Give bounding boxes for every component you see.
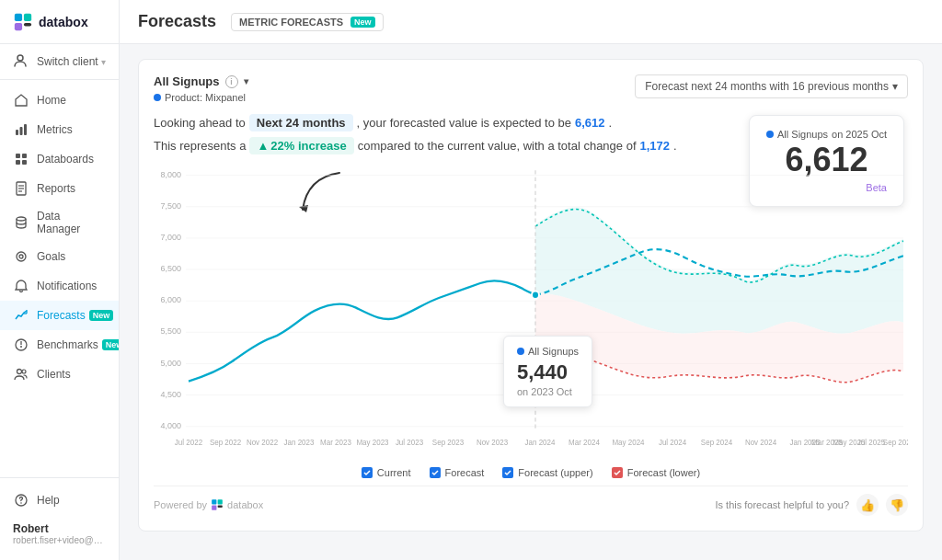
svg-text:Mar 2023: Mar 2023	[320, 439, 351, 447]
data-tooltip-metric: All Signups	[528, 346, 579, 357]
metric-forecasts-button[interactable]: METRIC FORECASTS New	[231, 13, 384, 31]
legend-forecast-label: Forecast	[445, 467, 485, 478]
svg-text:6,500: 6,500	[160, 264, 181, 273]
summary2-prefix: This represents a	[154, 139, 246, 153]
info-icon[interactable]: i	[225, 75, 238, 88]
home-icon	[13, 92, 29, 109]
powered-by: Powered by databox	[154, 498, 263, 511]
forecasts-new-badge: New	[89, 310, 114, 321]
sidebar-item-reports[interactable]: Reports	[0, 174, 119, 203]
switch-client-icon	[13, 53, 29, 70]
sidebar-item-metrics[interactable]: Metrics	[0, 115, 119, 144]
forecast-value: 6,612	[575, 116, 605, 130]
increase-badge: ▲ 22% increase	[249, 137, 353, 154]
card-header: All Signups i ▾ Product: Mixpanel Foreca…	[154, 74, 908, 103]
summary-mid: , your forecasted value is expected to b…	[357, 116, 571, 130]
change-dot: .	[673, 139, 677, 153]
sidebar-item-data-manager[interactable]: Data Manager	[0, 203, 119, 242]
sidebar-user: Robert robert.fiser+video@data...	[0, 515, 119, 553]
sidebar-item-reports-label: Reports	[37, 182, 106, 195]
sidebar-nav: Home Metrics Databoards Reports	[0, 80, 119, 477]
feedback-thumbs-up[interactable]: 👍	[856, 494, 879, 516]
feedback-thumbs-down[interactable]: 👎	[886, 494, 908, 516]
content-area: All Signups i ▾ Product: Mixpanel Foreca…	[120, 44, 942, 560]
logo[interactable]: databox	[0, 0, 119, 44]
benchmarks-new-badge: New	[102, 339, 119, 350]
sidebar-item-home[interactable]: Home	[0, 86, 119, 115]
legend-forecast-lower[interactable]: Forecast (lower)	[612, 467, 700, 478]
period-dot: .	[609, 116, 613, 130]
sidebar-item-benchmarks[interactable]: Benchmarks New	[0, 330, 119, 360]
sidebar-item-databoards[interactable]: Databoards	[0, 144, 119, 174]
legend-current[interactable]: Current	[362, 467, 411, 478]
feedback-section: Is this forecast helpful to you? 👍 👎	[715, 494, 908, 516]
svg-text:Jul 2025: Jul 2025	[857, 439, 886, 447]
metric-selector: All Signups i ▾ Product: Mixpanel	[154, 74, 248, 103]
legend-current-label: Current	[377, 467, 411, 478]
svg-rect-71	[212, 506, 216, 510]
data-tooltip-value: 5,440	[517, 360, 579, 384]
sidebar-item-goals[interactable]: Goals	[0, 242, 119, 271]
metric-name-row: All Signups i ▾	[154, 74, 248, 88]
sidebar-item-notifications[interactable]: Notifications	[0, 271, 119, 301]
forecast-card: All Signups i ▾ Product: Mixpanel Foreca…	[138, 59, 924, 531]
forecast-period-button[interactable]: Forecast next 24 months with 16 previous…	[635, 74, 908, 98]
legend-forecast[interactable]: Forecast	[430, 467, 485, 478]
metric-forecasts-badge: New	[350, 17, 375, 28]
svg-rect-69	[212, 499, 216, 504]
sidebar-item-metrics-label: Metrics	[37, 123, 106, 136]
svg-point-48	[532, 291, 539, 300]
data-tooltip-date: on 2023 Oct	[517, 386, 579, 397]
sidebar-item-help[interactable]: Help	[0, 486, 119, 515]
period-highlight: Next 24 months	[249, 114, 353, 131]
svg-rect-70	[218, 499, 223, 504]
svg-rect-2	[15, 22, 22, 29]
product-tag: Product: Mixpanel	[154, 92, 248, 103]
help-icon	[13, 492, 29, 509]
chart-area: 8,000 7,500 7,000 6,500 6,000 5,500 5,00…	[154, 166, 908, 460]
svg-rect-3	[24, 22, 31, 26]
forecast-lower-check-icon	[612, 467, 623, 478]
forecast-period-label: Forecast next 24 months with 16 previous…	[645, 80, 889, 93]
sidebar-item-forecasts-label: Forecasts	[37, 309, 86, 322]
svg-rect-9	[22, 154, 27, 158]
sidebar: databox Switch client ▾ Home Metrics	[0, 0, 120, 560]
forecast-chart: 8,000 7,500 7,000 6,500 6,000 5,500 5,00…	[154, 166, 908, 460]
svg-text:Sep 2024: Sep 2024	[701, 439, 733, 447]
svg-text:Jan 2023: Jan 2023	[284, 439, 315, 447]
switch-client[interactable]: Switch client ▾	[0, 44, 119, 80]
sidebar-item-clients-label: Clients	[37, 368, 106, 381]
sidebar-item-benchmarks-label: Benchmarks	[37, 338, 98, 351]
chevron-down-icon: ▾	[101, 57, 106, 67]
sidebar-item-clients[interactable]: Clients	[0, 360, 119, 389]
metric-dropdown-icon[interactable]: ▾	[244, 76, 248, 86]
main-content: Forecasts METRIC FORECASTS New All Signu…	[120, 0, 942, 560]
card-footer: Powered by databox Is this forecast help…	[154, 486, 908, 516]
svg-rect-0	[15, 13, 22, 20]
forecast-period-arrow: ▾	[892, 80, 898, 93]
forecast-upper-check-icon	[502, 467, 513, 478]
metrics-icon	[13, 121, 29, 138]
sidebar-bottom: Help Robert robert.fiser+video@data...	[0, 477, 119, 560]
svg-rect-11	[22, 160, 27, 165]
databoards-icon	[13, 151, 29, 167]
svg-rect-1	[24, 13, 31, 20]
reports-icon	[13, 180, 29, 197]
svg-text:5,500: 5,500	[160, 326, 181, 336]
up-arrow-icon: ▲	[257, 139, 269, 153]
powered-by-text: Powered by	[154, 499, 207, 510]
svg-text:Jul 2023: Jul 2023	[396, 439, 424, 447]
forecasts-icon	[13, 307, 29, 324]
svg-rect-72	[218, 506, 223, 508]
sidebar-item-forecasts[interactable]: Forecasts New	[0, 301, 119, 330]
legend-forecast-upper[interactable]: Forecast (upper)	[502, 467, 592, 478]
svg-text:Nov 2023: Nov 2023	[477, 439, 509, 447]
svg-text:Jul 2022: Jul 2022	[175, 439, 203, 447]
switch-client-label: Switch client	[37, 55, 98, 68]
notifications-icon	[13, 278, 29, 294]
svg-text:Nov 2022: Nov 2022	[247, 439, 279, 447]
svg-text:Sep 2025: Sep 2025	[883, 439, 908, 447]
product-dot	[154, 94, 161, 101]
svg-point-25	[22, 370, 26, 373]
total-change-value: 1,172	[640, 139, 671, 153]
